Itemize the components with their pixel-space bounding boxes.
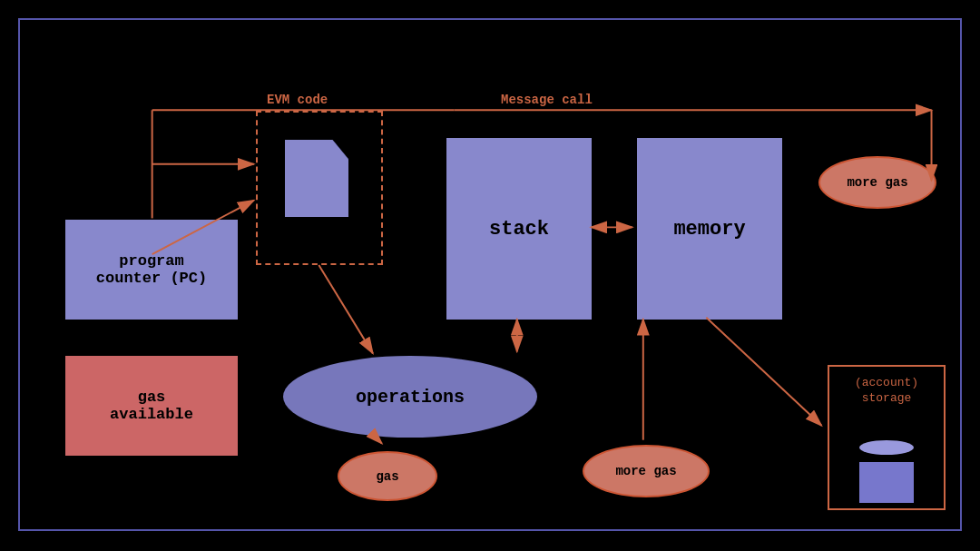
more-gas-bottom-ellipse: more gas xyxy=(583,445,710,497)
operations-ellipse: operations xyxy=(283,356,537,438)
account-storage-box: (account)storage xyxy=(828,365,946,510)
program-counter-box: programcounter (PC) xyxy=(65,220,238,320)
evm-code-box: EVM code xyxy=(256,111,383,265)
gas-available-box: gasavailable xyxy=(65,356,238,456)
document-icon xyxy=(285,140,348,217)
cylinder-top xyxy=(859,440,914,455)
gas-label: gas xyxy=(376,469,398,484)
operations-label: operations xyxy=(356,387,465,408)
memory-box: memory xyxy=(637,138,782,320)
program-counter-label: programcounter (PC) xyxy=(96,252,207,287)
evm-code-label: EVM code xyxy=(267,93,328,107)
gas-available-label: gasavailable xyxy=(110,389,193,423)
gas-ellipse: gas xyxy=(338,451,437,501)
svg-line-3 xyxy=(318,265,373,353)
account-storage-label: (account)storage xyxy=(855,376,918,407)
more-gas-top-ellipse: more gas xyxy=(818,156,936,209)
cylinder-body xyxy=(859,462,914,503)
more-gas-bottom-label: more gas xyxy=(615,464,676,478)
cylinder-icon xyxy=(859,440,914,495)
stack-box: stack xyxy=(446,138,592,320)
more-gas-top-label: more gas xyxy=(847,175,907,190)
memory-label: memory xyxy=(673,218,745,241)
message-call-label: Message call xyxy=(501,93,593,107)
svg-line-6 xyxy=(706,318,821,426)
main-diagram: Message call EVM code programcounter (PC… xyxy=(18,18,962,531)
stack-label: stack xyxy=(489,218,549,241)
